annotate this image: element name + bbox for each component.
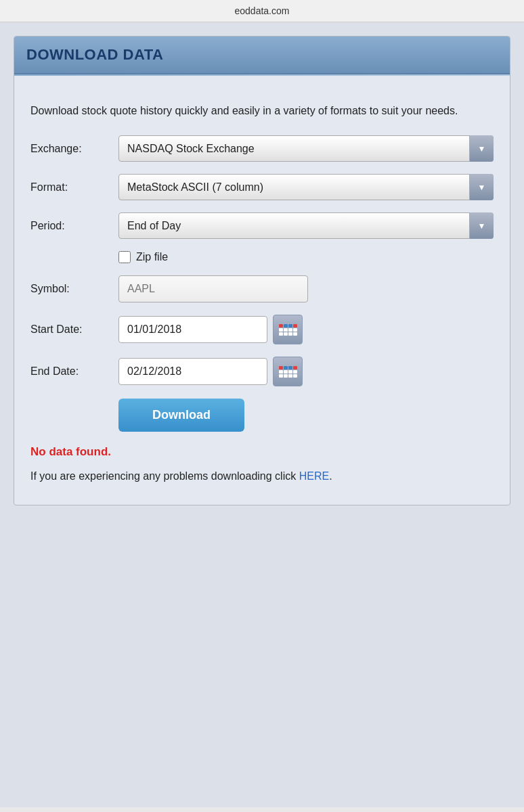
browser-bar: eoddata.com xyxy=(0,0,524,22)
symbol-input[interactable] xyxy=(118,275,308,302)
download-button[interactable]: Download xyxy=(118,399,244,432)
start-date-row: Start Date: xyxy=(30,315,494,344)
period-select-wrapper: End of Day 1 Minute 5 Minute 15 Minute 3… xyxy=(118,212,494,239)
exchange-label: Exchange: xyxy=(30,143,118,155)
start-date-calendar-icon[interactable] xyxy=(273,315,303,344)
help-link[interactable]: HERE xyxy=(299,470,329,482)
exchange-select[interactable]: NASDAQ Stock Exchange NYSE AMEX LSE xyxy=(118,135,494,162)
end-date-input[interactable] xyxy=(118,358,267,385)
exchange-select-wrapper: NASDAQ Stock Exchange NYSE AMEX LSE ▼ xyxy=(118,135,494,162)
symbol-wrapper xyxy=(118,275,494,302)
page-title: DOWNLOAD DATA xyxy=(26,46,163,63)
help-text-before: If you are experiencing any problems dow… xyxy=(30,470,299,482)
zip-file-checkbox[interactable] xyxy=(118,251,131,263)
footer-help-text: If you are experiencing any problems dow… xyxy=(30,468,494,484)
help-text-after: . xyxy=(329,470,332,482)
start-date-input[interactable] xyxy=(118,316,267,343)
format-select[interactable]: MetaStock ASCII (7 column) CSV MetaStock… xyxy=(118,174,494,200)
format-row: Format: MetaStock ASCII (7 column) CSV M… xyxy=(30,174,494,200)
format-label: Format: xyxy=(30,181,118,194)
browser-url: eoddata.com xyxy=(235,5,290,16)
period-wrapper: End of Day 1 Minute 5 Minute 15 Minute 3… xyxy=(118,212,494,239)
format-select-wrapper: MetaStock ASCII (7 column) CSV MetaStock… xyxy=(118,174,494,200)
card-header: DOWNLOAD DATA xyxy=(14,37,510,74)
symbol-row: Symbol: xyxy=(30,275,494,302)
start-date-label: Start Date: xyxy=(30,323,118,336)
error-message: No data found. xyxy=(30,445,494,459)
exchange-row: Exchange: NASDAQ Stock Exchange NYSE AME… xyxy=(30,135,494,162)
symbol-label: Symbol: xyxy=(30,283,118,295)
calendar-grid xyxy=(279,324,297,336)
period-row: Period: End of Day 1 Minute 5 Minute 15 … xyxy=(30,212,494,239)
exchange-wrapper: NASDAQ Stock Exchange NYSE AMEX LSE ▼ xyxy=(118,135,494,162)
calendar-grid-2 xyxy=(279,366,297,378)
end-date-label: End Date: xyxy=(30,365,118,378)
end-date-calendar-icon[interactable] xyxy=(273,357,303,386)
download-card: DOWNLOAD DATA Download stock quote histo… xyxy=(14,36,510,505)
end-date-row: End Date: xyxy=(30,357,494,386)
description-text: Download stock quote history quickly and… xyxy=(30,103,494,119)
card-body: Download stock quote history quickly and… xyxy=(14,89,510,505)
zip-file-row: Zip file xyxy=(118,251,494,263)
period-select[interactable]: End of Day 1 Minute 5 Minute 15 Minute 3… xyxy=(118,212,494,239)
format-wrapper: MetaStock ASCII (7 column) CSV MetaStock… xyxy=(118,174,494,200)
period-label: Period: xyxy=(30,220,118,232)
zip-file-label[interactable]: Zip file xyxy=(136,251,168,263)
